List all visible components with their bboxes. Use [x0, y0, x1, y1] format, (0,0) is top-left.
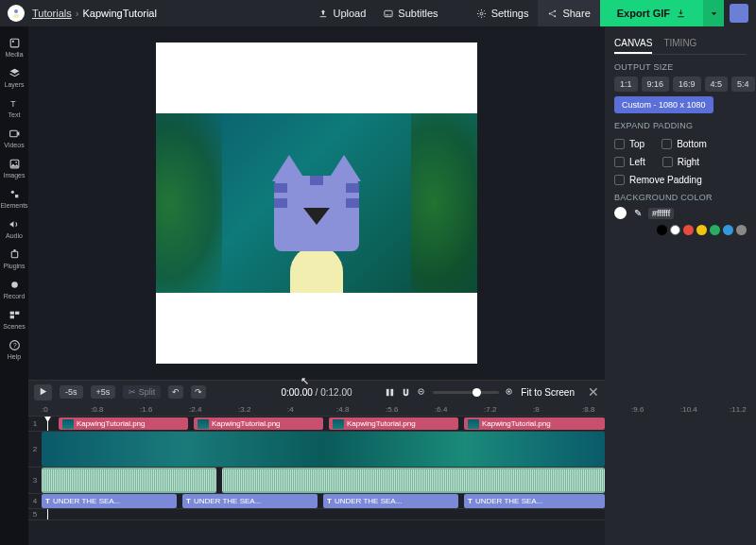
sidebar-item-elements[interactable]: Elements [0, 183, 28, 213]
time-display: 0:00.00 / 0:12.00 [281, 387, 352, 398]
padding-left-checkbox[interactable] [614, 157, 625, 167]
zoom-out-icon[interactable] [417, 387, 427, 398]
svg-text:?: ? [12, 342, 16, 349]
zoom-in-icon[interactable] [505, 387, 515, 398]
svg-rect-22 [9, 312, 13, 315]
expand-padding-label: EXPAND PADDING [614, 121, 747, 130]
subtitles-button[interactable]: Subtitles [383, 8, 438, 19]
svg-point-8 [555, 9, 557, 11]
svg-rect-18 [15, 195, 18, 197]
sidebar-item-help[interactable]: ?Help [0, 334, 28, 365]
breadcrumb: Tutorials › KapwingTutorial [32, 8, 157, 19]
sidebar-item-layers[interactable]: Layers [0, 62, 28, 93]
svg-rect-2 [320, 16, 326, 17]
snap-icon[interactable] [385, 387, 395, 398]
canvas-stage[interactable] [28, 26, 605, 380]
swatch[interactable] [670, 225, 680, 235]
swatch[interactable] [736, 225, 747, 235]
sidebar-item-plugins[interactable]: Plugins [0, 244, 28, 274]
remove-padding-checkbox[interactable] [614, 175, 625, 185]
svg-rect-11 [10, 39, 19, 47]
timeline-clip[interactable] [42, 468, 216, 493]
timeline-clip[interactable]: TUNDER THE SEA... [464, 494, 605, 508]
minus-5s-button[interactable]: -5s [60, 385, 83, 399]
split-button[interactable]: ✂ Split [123, 385, 161, 399]
breadcrumb-root[interactable]: Tutorials [32, 8, 72, 19]
play-button[interactable] [34, 384, 52, 400]
share-button[interactable]: Share [538, 0, 599, 26]
ratio-9-16[interactable]: 9:16 [642, 77, 670, 92]
eyedropper-button[interactable]: ✎ [631, 207, 644, 219]
swatch[interactable] [723, 225, 733, 235]
svg-point-21 [11, 281, 18, 288]
timeline-clip[interactable]: KapwingTutorial.png [194, 417, 323, 430]
settings-button[interactable]: Settings [467, 0, 539, 26]
left-sidebar: MediaLayersTTextVideosImagesElementsAudi… [0, 26, 28, 545]
svg-point-12 [11, 41, 13, 43]
svg-rect-4 [386, 14, 388, 15]
tab-timing[interactable]: TIMING [663, 34, 696, 54]
swatch[interactable] [696, 225, 707, 235]
sidebar-item-scenes[interactable]: Scenes [0, 304, 28, 334]
ratio-5-4[interactable]: 5:4 [731, 77, 755, 92]
svg-point-1 [13, 14, 19, 18]
svg-point-9 [555, 15, 557, 17]
redo-button[interactable]: ↷ [191, 385, 206, 399]
track-5: 5 [28, 509, 605, 520]
canvas[interactable] [156, 43, 477, 364]
svg-point-0 [14, 9, 18, 13]
export-button[interactable]: Export GIF [600, 0, 703, 26]
plus-5s-button[interactable]: +5s [91, 385, 116, 399]
custom-size-button[interactable]: Custom - 1080 x 1080 [614, 96, 713, 113]
video-preview[interactable] [156, 113, 477, 293]
zoom-slider[interactable] [433, 391, 499, 394]
sidebar-item-text[interactable]: TText [0, 93, 28, 123]
hex-input[interactable]: #ffffff [648, 208, 674, 219]
upload-button[interactable]: Upload [318, 8, 366, 19]
timeline-clip[interactable]: KapwingTutorial.png [329, 417, 458, 430]
svg-point-16 [15, 162, 17, 163]
timeline-clip[interactable] [42, 432, 605, 467]
bg-color-label: BACKGROUND COLOR [614, 193, 747, 202]
svg-rect-10 [678, 16, 683, 17]
timeline-clip[interactable]: TUNDER THE SEA... [42, 494, 177, 508]
ratio-1-1[interactable]: 1:1 [614, 77, 638, 92]
magnet-icon[interactable] [401, 387, 411, 398]
padding-top-checkbox[interactable] [614, 139, 625, 149]
sidebar-item-media[interactable]: Media [0, 32, 28, 62]
ratio-16-9[interactable]: 16:9 [673, 77, 701, 92]
timeline-clip[interactable]: TUNDER THE SEA... [182, 494, 318, 508]
fit-to-screen-button[interactable]: Fit to Screen [521, 387, 575, 398]
swatch[interactable] [683, 225, 694, 235]
track-1: 1KapwingTutorial.pngKapwingTutorial.pngK… [28, 417, 605, 432]
timeline-panel: -5s +5s ✂ Split ↶ ↷ 0:00.00 / 0:12.00 Fi… [28, 380, 605, 545]
sidebar-item-images[interactable]: Images [0, 153, 28, 183]
app-logo[interactable] [8, 5, 25, 22]
padding-right-checkbox[interactable] [662, 157, 673, 167]
timeline-clip[interactable]: KapwingTutorial.png [59, 417, 188, 430]
swatch[interactable] [657, 225, 667, 235]
current-color-swatch[interactable] [614, 207, 627, 219]
padding-bottom-checkbox[interactable] [662, 139, 672, 149]
svg-rect-5 [389, 14, 390, 15]
svg-rect-24 [9, 315, 13, 318]
timeline-clip[interactable]: KapwingTutorial.png [464, 417, 605, 430]
swatch[interactable] [710, 225, 720, 235]
ratio-4-5[interactable]: 4:5 [705, 77, 729, 92]
breadcrumb-page[interactable]: KapwingTutorial [82, 8, 156, 19]
sidebar-item-videos[interactable]: Videos [0, 123, 28, 153]
svg-rect-19 [11, 251, 18, 258]
timeline-ruler[interactable]: :0:0.8:1.6:2.4:3.2:4:4.8:5.6:6.4:7.2:8:8… [28, 403, 605, 417]
undo-button[interactable]: ↶ [168, 385, 183, 399]
close-timeline-button[interactable]: ✕ [588, 384, 599, 400]
avatar[interactable] [730, 4, 748, 23]
tab-canvas[interactable]: CANVAS [614, 34, 652, 54]
sidebar-item-audio[interactable]: Audio [0, 213, 28, 244]
sidebar-item-record[interactable]: Record [0, 274, 28, 304]
timeline-clip[interactable] [222, 468, 605, 493]
svg-rect-3 [385, 10, 392, 16]
export-dropdown[interactable] [703, 0, 724, 26]
output-size-label: OUTPUT SIZE [614, 62, 747, 72]
svg-point-6 [480, 12, 483, 15]
timeline-clip[interactable]: TUNDER THE SEA... [323, 494, 458, 508]
